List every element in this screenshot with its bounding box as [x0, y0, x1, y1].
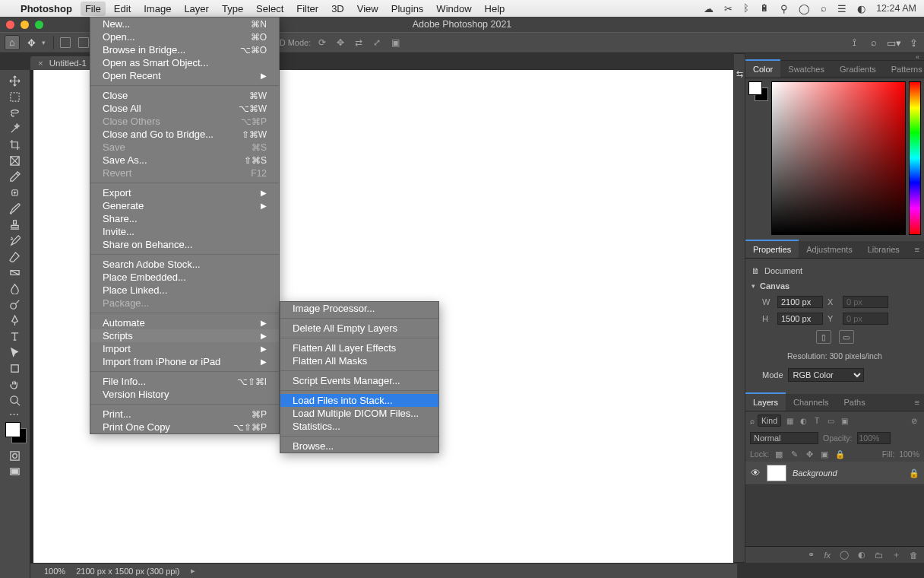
pen-tool[interactable]: [1, 313, 30, 329]
trash-icon[interactable]: 🗑: [910, 551, 918, 560]
group-icon[interactable]: 🗀: [875, 551, 883, 560]
cloud-icon[interactable]: ☁: [704, 3, 714, 14]
move-tool-icon[interactable]: ✥: [27, 37, 36, 49]
menu-item[interactable]: Flatten All Layer Effects: [280, 341, 438, 354]
heal-tool[interactable]: [1, 185, 30, 201]
layer-name[interactable]: Background: [793, 468, 837, 478]
blend-mode-select[interactable]: Normal: [750, 432, 818, 444]
fgbg-colors[interactable]: [1, 419, 30, 448]
wifi-icon[interactable]: ⚲: [780, 3, 788, 14]
quickmask-toggle[interactable]: [1, 448, 30, 464]
menu-item[interactable]: Open Recent▶: [90, 69, 279, 82]
menu-item[interactable]: Scripts▶: [90, 329, 279, 342]
path-select-tool[interactable]: [1, 345, 30, 360]
panel-menu-icon[interactable]: ≡: [910, 394, 924, 411]
menu-item[interactable]: Load Multiple DICOM Files...: [280, 407, 438, 420]
collapsed-panel-column[interactable]: ⇆: [733, 53, 745, 563]
orientation-landscape-icon[interactable]: ▭: [839, 330, 854, 344]
menu-layer[interactable]: Layer: [184, 3, 209, 14]
filter-smart-icon[interactable]: ▣: [839, 415, 850, 426]
menu-item[interactable]: Print One Copy⌥⇧⌘P: [90, 421, 279, 434]
tab-layers[interactable]: Layers: [745, 392, 786, 411]
menu-item[interactable]: Open...⌘O: [90, 30, 279, 43]
menu-item[interactable]: Image Processor...: [280, 302, 438, 315]
bluetooth-icon[interactable]: ᛒ: [743, 3, 749, 14]
layer-row[interactable]: 👁 Background 🔒: [745, 462, 924, 485]
menu-select[interactable]: Select: [256, 3, 283, 14]
color-fgbg[interactable]: [745, 78, 771, 238]
menu-item[interactable]: Statistics...: [280, 420, 438, 433]
menu-item[interactable]: Share...: [90, 212, 279, 225]
menu-item[interactable]: Place Embedded...: [90, 271, 279, 284]
layer-thumbnail[interactable]: [767, 465, 786, 481]
menu-filter[interactable]: Filter: [296, 3, 318, 14]
more-tools[interactable]: ⋯: [1, 408, 30, 419]
3d-camera-icon[interactable]: ▣: [388, 36, 402, 49]
menu-item[interactable]: Browse...: [280, 440, 438, 453]
transform-controls-checkbox[interactable]: [77, 36, 90, 49]
user-icon[interactable]: ◯: [799, 3, 810, 14]
menu-item[interactable]: Search Adobe Stock...: [90, 258, 279, 271]
menu-3d[interactable]: 3D: [331, 3, 344, 14]
menu-item[interactable]: Close All⌥⌘W: [90, 102, 279, 115]
lock-paint-icon[interactable]: ✎: [789, 449, 799, 459]
menu-item[interactable]: New...⌘N: [90, 17, 279, 30]
lock-icon[interactable]: 🔒: [909, 468, 919, 478]
screenmode-toggle[interactable]: [1, 464, 30, 480]
filter-adjust-icon[interactable]: ◐: [798, 415, 808, 426]
menu-item[interactable]: Export▶: [90, 186, 279, 199]
history-brush-tool[interactable]: [1, 233, 30, 249]
move-tool[interactable]: [1, 73, 30, 89]
menu-item[interactable]: Save As...⇧⌘S: [90, 154, 279, 167]
tab-properties[interactable]: Properties: [745, 240, 799, 258]
brush-tool[interactable]: [1, 201, 30, 217]
menu-item[interactable]: File Info...⌥⇧⌘I: [90, 375, 279, 388]
disconnect-icon[interactable]: ✂: [724, 3, 733, 14]
crop-tool[interactable]: [1, 137, 30, 153]
new-layer-icon[interactable]: ＋: [892, 549, 900, 561]
filter-type-icon[interactable]: T: [812, 415, 822, 426]
menu-type[interactable]: Type: [222, 3, 243, 14]
menu-item[interactable]: Import▶: [90, 342, 279, 355]
share-icon[interactable]: ⇪: [907, 37, 919, 49]
frame-tool[interactable]: [1, 153, 30, 169]
mask-icon[interactable]: ◯: [840, 550, 849, 560]
tab-patterns[interactable]: Patterns: [884, 61, 924, 78]
menu-window[interactable]: Window: [436, 3, 471, 14]
home-button[interactable]: ⌂: [5, 35, 20, 50]
lock-all-icon[interactable]: 🔒: [834, 449, 845, 459]
tab-adjustments[interactable]: Adjustments: [799, 241, 860, 258]
menu-item[interactable]: Close⌘W: [90, 89, 279, 102]
menu-item[interactable]: Open as Smart Object...: [90, 56, 279, 69]
3d-scale-icon[interactable]: ⤢: [370, 36, 384, 49]
opacity-field[interactable]: 100%: [857, 432, 891, 444]
menu-file[interactable]: File: [81, 2, 106, 16]
workspace-icon[interactable]: ▭▾: [888, 37, 900, 49]
search-icon[interactable]: ⌕: [868, 37, 880, 49]
menu-item[interactable]: Share on Behance...: [90, 238, 279, 251]
app-menu[interactable]: Photoshop: [21, 3, 72, 14]
type-tool[interactable]: [1, 329, 30, 345]
siri-icon[interactable]: ◐: [857, 3, 865, 14]
fx-icon[interactable]: fx: [824, 551, 831, 560]
lock-trans-icon[interactable]: ▩: [774, 449, 784, 459]
lock-artboard-icon[interactable]: ▣: [819, 449, 830, 459]
menu-item[interactable]: Generate▶: [90, 199, 279, 212]
menu-item[interactable]: Browse in Bridge...⌥⌘O: [90, 43, 279, 56]
menu-view[interactable]: View: [357, 3, 378, 14]
panel-menu-icon[interactable]: ≡: [910, 241, 924, 258]
menu-item[interactable]: Load Files into Stack...: [280, 394, 438, 407]
eraser-tool[interactable]: [1, 249, 30, 265]
filter-toggle-icon[interactable]: ⊘: [909, 415, 919, 426]
battery-icon[interactable]: 🔋︎: [760, 3, 770, 14]
traffic-lights[interactable]: [6, 21, 43, 29]
dodge-tool[interactable]: [1, 297, 30, 313]
blur-tool[interactable]: [1, 281, 30, 297]
control-center-icon[interactable]: ☰: [837, 3, 846, 14]
menu-item[interactable]: Place Linked...: [90, 284, 279, 297]
link-layers-icon[interactable]: ⚭: [808, 550, 815, 560]
filter-shape-icon[interactable]: ▭: [825, 415, 836, 426]
layer-filter-kind[interactable]: Kind: [758, 414, 781, 427]
document-tab[interactable]: × Untitled-1: [30, 56, 94, 70]
tab-swatches[interactable]: Swatches: [780, 61, 832, 78]
